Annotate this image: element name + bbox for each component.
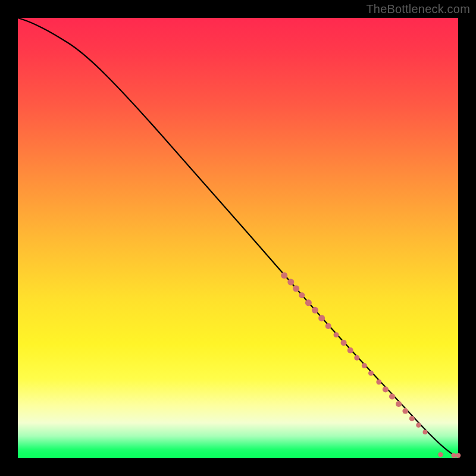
- chart-marker: [383, 387, 389, 393]
- chart-marker: [438, 452, 443, 457]
- chart-marker: [396, 401, 402, 407]
- chart-line: [18, 18, 458, 456]
- chart-marker: [281, 272, 287, 278]
- chart-svg: [18, 18, 458, 458]
- attribution-text: TheBottleneck.com: [366, 2, 470, 16]
- chart-marker: [318, 315, 325, 321]
- chart-marker: [451, 453, 456, 458]
- chart-marker: [287, 279, 294, 286]
- chart-marker: [312, 307, 318, 314]
- chart-plot-area: [18, 18, 458, 458]
- chart-marker: [402, 408, 408, 414]
- chart-marker: [325, 323, 331, 329]
- chart-marker: [376, 379, 381, 384]
- chart-marker: [293, 286, 299, 292]
- chart-markers-group: [281, 272, 461, 458]
- chart-marker: [341, 340, 347, 346]
- chart-marker: [334, 332, 339, 337]
- chart-marker: [362, 363, 367, 368]
- chart-marker: [305, 299, 312, 306]
- chart-marker: [299, 292, 305, 298]
- chart-marker: [416, 422, 421, 427]
- chart-marker: [347, 347, 353, 353]
- chart-marker: [456, 453, 461, 458]
- chart-marker: [354, 355, 359, 361]
- chart-marker: [409, 416, 415, 421]
- chart-marker: [389, 393, 395, 399]
- chart-marker: [423, 430, 428, 434]
- chart-marker: [368, 371, 374, 376]
